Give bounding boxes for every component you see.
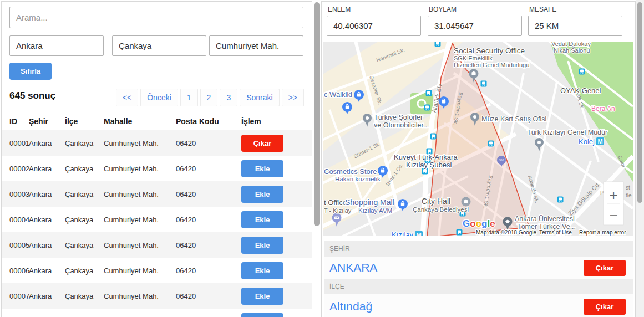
reset-button[interactable]: Sıfırla bbox=[9, 63, 52, 80]
map-panel: ENLEM BOYLAM MESAFE bbox=[321, 1, 636, 317]
neighborhood-input[interactable] bbox=[209, 35, 303, 56]
svg-text:t Office: t Office bbox=[324, 198, 347, 207]
cell-postal: 06420 bbox=[176, 216, 241, 224]
distance-input[interactable] bbox=[528, 16, 622, 36]
report-map-error-link[interactable]: Report a map error bbox=[579, 229, 626, 236]
cell-city: Ankara bbox=[29, 216, 65, 224]
terms-of-use-link[interactable]: Terms of Use bbox=[539, 229, 572, 236]
svg-text:Ankara Üniversitesi: Ankara Üniversitesi bbox=[515, 215, 575, 223]
cell-postal: 06420 bbox=[176, 241, 241, 249]
table-body: 00001 Ankara Çankaya Cumhuriyet Mah. 064… bbox=[2, 130, 312, 317]
add-button[interactable]: Ekle bbox=[241, 262, 283, 279]
cell-city: Ankara bbox=[29, 190, 65, 198]
cell-postal: 06420 bbox=[176, 190, 241, 198]
district-input[interactable] bbox=[112, 35, 206, 56]
table-row: 00002 Ankara Çankaya Cumhuriyet Mah. 064… bbox=[2, 156, 312, 181]
svg-text:360: 360 bbox=[499, 158, 504, 162]
cell-neighborhood: Cumhuriyet Mah. bbox=[104, 216, 176, 224]
pagination-page-3[interactable]: 3 bbox=[220, 89, 237, 106]
header-action: İşlem bbox=[241, 117, 312, 126]
pagination-prev[interactable]: Önceki bbox=[140, 89, 178, 106]
table-row: 00003 Ankara Çankaya Cumhuriyet Mah. 064… bbox=[2, 181, 312, 207]
latitude-input[interactable] bbox=[327, 16, 421, 36]
sehir-section-header: ŞEHİR bbox=[324, 241, 633, 257]
pagination-page-2[interactable]: 2 bbox=[200, 89, 218, 106]
city-hall-icon bbox=[462, 197, 471, 207]
cell-postal: 06420 bbox=[176, 139, 241, 147]
google-logo: Google bbox=[463, 218, 495, 229]
pagination-last[interactable]: >> bbox=[282, 89, 304, 106]
svg-text:Vedat Dalokay: Vedat Dalokay bbox=[551, 42, 591, 47]
svg-text:Cosmetics Store: Cosmetics Store bbox=[324, 167, 377, 176]
results-table: ID Şehir İlçe Mahalle Posta Kodu İşlem 0… bbox=[2, 113, 312, 317]
svg-text:Bera An: Bera An bbox=[591, 105, 615, 113]
cell-city: Ankara bbox=[29, 139, 65, 147]
cell-neighborhood: Cumhuriyet Mah. bbox=[104, 241, 176, 249]
ilce-section-header: İLÇE bbox=[324, 279, 633, 294]
header-district: İlçe bbox=[65, 117, 104, 126]
cell-id: 00004 bbox=[2, 216, 29, 224]
google-map[interactable]: 360 Kolej M Kızılay M Sezenler Sk. Hanım… bbox=[323, 42, 633, 236]
longitude-input[interactable] bbox=[428, 16, 522, 36]
sehir-remove-button[interactable]: Çıkar bbox=[584, 260, 626, 276]
add-button[interactable]: Ekle bbox=[241, 237, 283, 254]
cell-neighborhood: Cumhuriyet Mah. bbox=[104, 267, 176, 275]
table-row: 00001 Ankara Çankaya Cumhuriyet Mah. 064… bbox=[2, 130, 312, 156]
ilce-remove-button[interactable]: Çıkar bbox=[584, 299, 626, 315]
svg-text:Müze Kart Satış Ofisi: Müze Kart Satış Ofisi bbox=[481, 115, 546, 123]
table-row: 00004 Ankara Çankaya Cumhuriyet Mah. 064… bbox=[2, 207, 312, 232]
zoom-in-button[interactable]: + bbox=[609, 187, 617, 203]
add-button[interactable]: Ekle bbox=[241, 211, 283, 228]
cell-district: Çankaya bbox=[65, 216, 104, 224]
search-input[interactable] bbox=[9, 7, 303, 28]
svg-text:Hizmetleri Genel Müdürlüğü: Hizmetleri Genel Müdürlüğü bbox=[454, 62, 529, 68]
map-data-attribution: Map data ©2018 Google bbox=[476, 229, 537, 236]
add-button[interactable]: Ekle bbox=[241, 288, 283, 305]
header-postal: Posta Kodu bbox=[176, 117, 241, 126]
table-row: 00005 Ankara Çankaya Cumhuriyet Mah. 064… bbox=[2, 232, 312, 258]
cell-id: 00005 bbox=[2, 241, 29, 249]
pagination-next[interactable]: Sonraki bbox=[240, 89, 279, 106]
kizilay-metro: Kızılay M bbox=[392, 231, 423, 236]
cell-city: Ankara bbox=[29, 241, 65, 249]
map-zoom-control: + − bbox=[604, 182, 623, 225]
cell-neighborhood: Cumhuriyet Mah. bbox=[104, 292, 176, 300]
cell-postal: 06420 bbox=[176, 267, 241, 275]
cell-id: 00007 bbox=[2, 292, 29, 300]
svg-text:Kolej: Kolej bbox=[579, 137, 595, 146]
svg-text:M: M bbox=[416, 232, 421, 236]
pagination-first[interactable]: << bbox=[116, 89, 138, 106]
sehir-row: ANKARA Çıkar bbox=[324, 257, 633, 279]
cell-district: Çankaya bbox=[65, 139, 104, 147]
svg-text:Kızılay: Kızılay bbox=[392, 231, 414, 236]
city-input[interactable] bbox=[9, 35, 104, 56]
svg-text:st: st bbox=[626, 185, 630, 191]
table-row: 00007 Ankara Çankaya Cumhuriyet Mah. 064… bbox=[2, 283, 312, 309]
ilce-value: Altındağ bbox=[329, 300, 372, 313]
add-button[interactable]: Ekle bbox=[241, 313, 283, 317]
result-count: 645 sonuç bbox=[9, 90, 55, 101]
svg-text:Social Security Office: Social Security Office bbox=[454, 47, 525, 55]
cell-district: Çankaya bbox=[65, 267, 104, 275]
left-scrollbar-thumb[interactable] bbox=[314, 2, 320, 226]
svg-text:Kuveyt Türk-Ankara: Kuveyt Türk-Ankara bbox=[394, 153, 458, 161]
cell-city: Ankara bbox=[29, 292, 65, 300]
svg-text:Hakan kozmetik: Hakan kozmetik bbox=[335, 176, 381, 182]
svg-text:Nikah Salonu: Nikah Salonu bbox=[554, 47, 590, 54]
cell-district: Çankaya bbox=[65, 241, 104, 249]
cell-id: 00006 bbox=[2, 267, 29, 275]
cell-postal: 06420 bbox=[176, 292, 241, 300]
cell-district: Çankaya bbox=[65, 292, 104, 300]
svg-text:Türk Kızılayı Genel Müdür: Türk Kızılayı Genel Müdür bbox=[527, 129, 607, 136]
add-button[interactable]: Ekle bbox=[241, 160, 283, 177]
cell-neighborhood: Cumhuriyet Mah. bbox=[104, 190, 176, 198]
table-row: 00006 Ankara Çankaya Cumhuriyet Mah. 064… bbox=[2, 258, 312, 283]
cell-id: 00001 bbox=[2, 139, 29, 147]
zoom-out-button[interactable]: − bbox=[609, 207, 617, 224]
remove-button[interactable]: Çıkar bbox=[241, 135, 283, 152]
pagination-page-1[interactable]: 1 bbox=[180, 89, 198, 106]
svg-text:T - Kızılay: T - Kızılay bbox=[324, 207, 352, 214]
header-neighborhood: Mahalle bbox=[104, 117, 176, 126]
add-button[interactable]: Ekle bbox=[241, 186, 283, 203]
right-scrollbar-thumb[interactable] bbox=[637, 2, 642, 203]
